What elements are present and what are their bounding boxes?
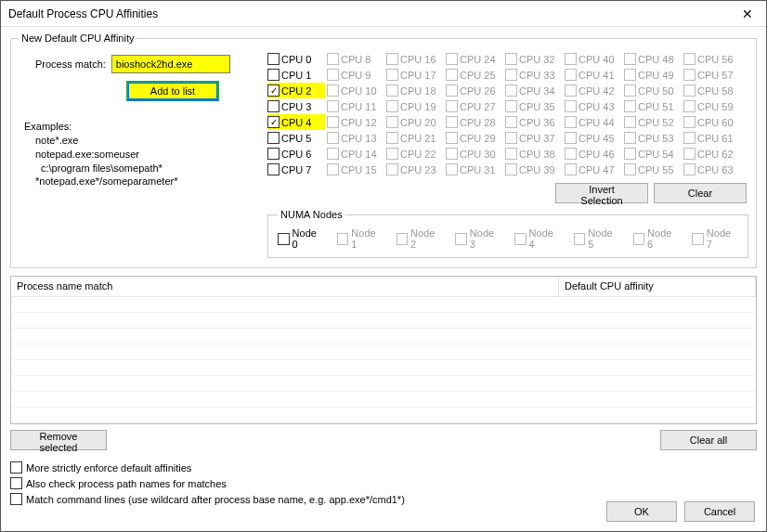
checkbox-icon xyxy=(505,163,517,175)
checkbox-icon[interactable] xyxy=(267,53,280,65)
checkbox-icon xyxy=(446,163,458,175)
cpu-checkbox-1[interactable]: CPU 1 xyxy=(267,67,325,83)
add-to-list-button[interactable]: Add to list xyxy=(126,81,219,101)
checkbox-icon xyxy=(327,100,339,112)
ok-button[interactable]: OK xyxy=(606,501,677,522)
cpu-checkbox-42: CPU 42 xyxy=(565,83,622,98)
cpu-label: CPU 27 xyxy=(460,101,496,112)
invert-selection-button[interactable]: Invert Selection xyxy=(555,183,648,203)
checkbox-icon[interactable] xyxy=(10,477,22,489)
numa-label: Node 2 xyxy=(410,227,442,250)
cpu-checkbox-57: CPU 57 xyxy=(683,67,741,83)
cpu-label: CPU 49 xyxy=(638,70,674,81)
affinity-groupbox-legend: New Default CPU Affinity xyxy=(19,32,136,44)
cpu-checkbox-13: CPU 13 xyxy=(327,130,384,146)
numa-legend: NUMA Nodes xyxy=(278,209,345,220)
checkbox-icon xyxy=(565,116,577,128)
cpu-checkbox-16: CPU 16 xyxy=(386,51,444,67)
cpu-checkbox-5[interactable]: CPU 5 xyxy=(267,130,325,146)
checkbox-icon[interactable] xyxy=(10,461,22,474)
cpu-checkbox-0[interactable]: CPU 0 xyxy=(267,51,325,67)
checkbox-icon xyxy=(683,53,696,65)
table-row[interactable] xyxy=(11,329,756,344)
cpu-checkbox-61: CPU 61 xyxy=(683,130,741,146)
cpu-checkbox-29: CPU 29 xyxy=(446,130,503,146)
table-row[interactable] xyxy=(11,297,756,313)
cpu-checkbox-27: CPU 27 xyxy=(446,98,503,114)
cpu-label: CPU 45 xyxy=(578,133,615,144)
cpu-label: CPU 57 xyxy=(697,70,734,81)
table-row[interactable] xyxy=(11,344,756,360)
top-row: Process match: Add to list Examples: not… xyxy=(19,49,748,258)
table-body[interactable] xyxy=(11,297,756,423)
option-strict-enforce[interactable]: More strictly enforce default affinities xyxy=(10,460,757,475)
numa-label: Node 0 xyxy=(292,227,324,250)
cpu-checkbox-17: CPU 17 xyxy=(386,67,444,83)
col-process-name-match[interactable]: Process name match xyxy=(11,277,559,296)
cpu-label: CPU 14 xyxy=(341,149,377,160)
example-line: c:\program files\somepath* xyxy=(41,162,254,175)
cpu-label: CPU 9 xyxy=(341,70,370,81)
checkbox-icon[interactable] xyxy=(267,148,280,160)
checkbox-icon xyxy=(327,163,339,175)
table-row[interactable] xyxy=(11,376,756,392)
table-row[interactable] xyxy=(11,408,756,423)
checkbox-icon[interactable] xyxy=(10,493,22,505)
examples-block: Examples: note*.exe notepad.exe:someuser… xyxy=(24,120,254,188)
cpu-checkbox-39: CPU 39 xyxy=(505,162,563,177)
cpu-label: CPU 5 xyxy=(281,133,311,144)
table-row[interactable] xyxy=(11,392,756,408)
cpu-checkbox-56: CPU 56 xyxy=(683,51,741,67)
cpu-checkbox-55: CPU 55 xyxy=(624,162,682,177)
checkbox-icon xyxy=(565,84,577,97)
checkbox-icon xyxy=(446,148,458,160)
cancel-button[interactable]: Cancel xyxy=(684,501,755,522)
remove-selected-button[interactable]: Remove selected xyxy=(10,430,107,450)
example-line: notepad.exe:someuser xyxy=(35,148,254,162)
checkbox-icon xyxy=(386,53,398,65)
table-row[interactable] xyxy=(11,360,756,376)
close-icon[interactable]: ✕ xyxy=(729,1,766,27)
window-title: Default Process CPU Affinities xyxy=(8,7,158,20)
checkbox-icon[interactable] xyxy=(267,116,280,128)
cpu-checkbox-6[interactable]: CPU 6 xyxy=(267,146,325,162)
col-default-affinity[interactable]: Default CPU affinity xyxy=(559,277,756,296)
cpu-label: CPU 35 xyxy=(519,101,555,112)
cpu-checkbox-21: CPU 21 xyxy=(386,130,444,146)
cpu-checkbox-3[interactable]: CPU 3 xyxy=(267,98,325,114)
checkbox-icon[interactable] xyxy=(267,163,280,175)
affinity-groupbox: New Default CPU Affinity Process match: … xyxy=(10,32,757,268)
option-check-path[interactable]: Also check process path names for matche… xyxy=(10,475,757,491)
cpu-checkbox-8: CPU 8 xyxy=(327,51,384,67)
cpu-label: CPU 4 xyxy=(281,117,311,128)
cpu-label: CPU 13 xyxy=(341,133,377,144)
cpu-checkbox-2[interactable]: CPU 2 xyxy=(267,83,325,98)
cpu-label: CPU 37 xyxy=(519,133,555,144)
checkbox-icon[interactable] xyxy=(267,132,280,144)
checkbox-icon xyxy=(574,233,586,245)
cpu-label: CPU 41 xyxy=(578,70,615,81)
options-block: More strictly enforce default affinities… xyxy=(10,460,757,507)
option-label: Also check process path names for matche… xyxy=(26,478,227,489)
numa-node-0[interactable]: Node 0 xyxy=(278,227,324,250)
checkbox-icon[interactable] xyxy=(267,84,280,97)
checkbox-icon xyxy=(455,233,467,245)
numa-node-4: Node 4 xyxy=(514,227,561,250)
cpu-label: CPU 39 xyxy=(519,164,555,175)
table-row[interactable] xyxy=(11,313,756,329)
checkbox-icon[interactable] xyxy=(278,233,290,245)
checkbox-icon xyxy=(386,132,398,144)
cpu-label: CPU 36 xyxy=(519,117,555,128)
clear-all-button[interactable]: Clear all xyxy=(660,430,757,450)
cpu-checkbox-4[interactable]: CPU 4 xyxy=(267,114,325,130)
checkbox-icon xyxy=(386,116,398,128)
cpu-checkbox-14: CPU 14 xyxy=(327,146,384,162)
clear-cpu-button[interactable]: Clear xyxy=(654,183,747,203)
option-label: Match command lines (use wildcard after … xyxy=(26,494,405,505)
cpu-checkbox-7[interactable]: CPU 7 xyxy=(267,162,325,177)
process-match-input[interactable] xyxy=(111,55,230,73)
checkbox-icon[interactable] xyxy=(267,100,280,112)
checkbox-icon xyxy=(505,53,517,65)
checkbox-icon[interactable] xyxy=(267,69,280,81)
numa-label: Node 4 xyxy=(529,227,561,250)
